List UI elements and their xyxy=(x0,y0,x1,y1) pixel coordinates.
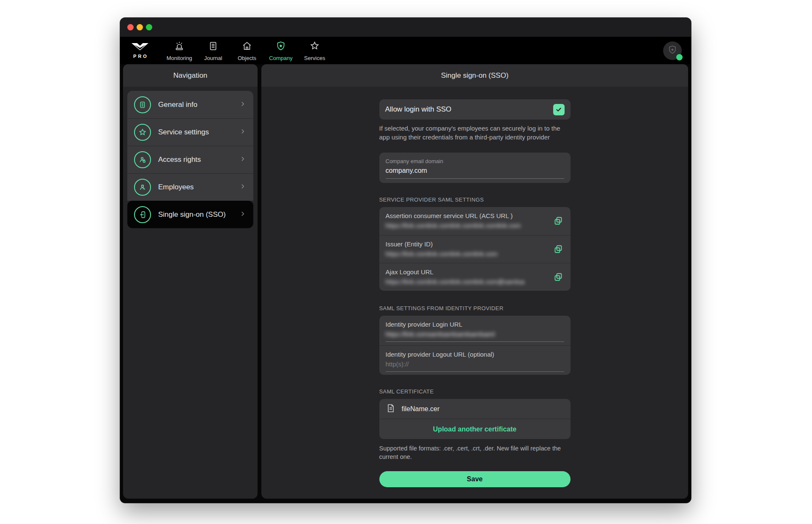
copy-icon xyxy=(553,216,563,226)
issuer-value: https://link.comlink.comlink.comlink.com xyxy=(386,250,547,257)
app-logo: PRO xyxy=(127,43,153,59)
main-panel: Single sign-on (SSO) Allow login with SS… xyxy=(261,64,688,499)
save-button[interactable]: Save xyxy=(379,471,571,487)
upload-certificate-label: Upload another certificate xyxy=(433,426,516,433)
chevron-right-icon xyxy=(239,128,247,137)
copy-icon xyxy=(553,244,563,254)
journal-icon xyxy=(208,41,219,53)
issuer-field: Issuer (Entity ID) https://link.comlink.… xyxy=(379,235,571,263)
sign-in-icon xyxy=(134,206,151,223)
tab-journal[interactable]: Journal xyxy=(196,40,230,61)
zoom-button[interactable] xyxy=(146,24,152,30)
siren-icon xyxy=(174,41,185,53)
copy-button[interactable] xyxy=(552,271,565,284)
top-nav-tabs: Monitoring Journal xyxy=(162,40,332,61)
shield-star-icon xyxy=(275,41,286,53)
acs-url-label: Assertion consumer service URL (ACS URL … xyxy=(386,212,547,219)
tab-label: Journal xyxy=(204,55,222,61)
email-domain-input[interactable]: company.com xyxy=(386,167,427,175)
upload-certificate-button[interactable]: Upload another certificate xyxy=(379,419,571,439)
sp-saml-card: Assertion consumer service URL (ACS URL … xyxy=(379,207,571,291)
chevron-right-icon xyxy=(239,183,247,192)
sidebar-item-access-rights[interactable]: Access rights xyxy=(127,146,253,173)
email-domain-field[interactable]: Company email domain company.com xyxy=(379,153,571,183)
file-icon xyxy=(386,403,396,415)
certificate-card: fileName.cer Upload another certificate xyxy=(379,399,571,439)
sso-description: If selected, your company's employees ca… xyxy=(379,124,571,142)
sidebar-panel: Navigation General info xyxy=(123,64,258,499)
sidebar-item-label: Access rights xyxy=(158,156,201,164)
email-domain-label: Company email domain xyxy=(386,158,564,164)
main-content: Allow login with SSO If selected, your c… xyxy=(261,87,688,499)
allow-sso-checkbox[interactable] xyxy=(553,104,565,115)
certificate-helper-text: Supported file formats: .cer, .cert, .cr… xyxy=(379,444,571,461)
idp-card: Identity provider Login URL https://link… xyxy=(379,316,571,375)
section-saml-certificate: SAML CERTIFICATE xyxy=(379,388,571,395)
tab-company[interactable]: Company xyxy=(264,40,298,61)
allow-sso-row: Allow login with SSO xyxy=(379,99,571,120)
sidebar-item-label: General info xyxy=(158,101,198,109)
star-icon xyxy=(134,124,151,141)
idp-login-url-input[interactable]: https://link.comsamlsamlsamlsamlsaml xyxy=(386,330,495,338)
tab-label: Objects xyxy=(238,55,256,61)
certificate-file-name: fileName.cer xyxy=(402,405,440,413)
sidebar-item-single-sign-on[interactable]: Single sign-on (SSO) xyxy=(127,201,253,228)
certificate-file-row: fileName.cer xyxy=(379,399,571,419)
sidebar-item-employees[interactable]: Employees xyxy=(127,173,253,201)
issuer-label: Issuer (Entity ID) xyxy=(386,240,547,248)
ajax-logout-url-value: https://link.comlink.comlink.comlink.com… xyxy=(386,278,547,285)
titlebar xyxy=(120,18,691,37)
sidebar-item-label: Employees xyxy=(158,183,194,191)
shield-star-glyph-icon xyxy=(667,44,678,57)
sidebar-nav-list: General info Service settings xyxy=(127,91,253,228)
close-button[interactable] xyxy=(127,24,134,30)
idp-logout-url-field[interactable]: Identity provider Logout URL (optional) … xyxy=(379,345,571,375)
desktop: PRO Monitoring xyxy=(0,0,812,524)
copy-icon xyxy=(553,272,563,282)
tab-objects[interactable]: Objects xyxy=(230,40,264,61)
idp-login-url-field[interactable]: Identity provider Login URL https://link… xyxy=(379,316,571,345)
sidebar-item-label: Single sign-on (SSO) xyxy=(158,210,226,219)
section-sp-saml-settings: SERVICE PROVIDER SAML SETTINGS xyxy=(379,196,571,203)
sidebar-item-label: Service settings xyxy=(158,128,209,136)
copy-button[interactable] xyxy=(552,215,565,227)
tab-monitoring[interactable]: Monitoring xyxy=(162,40,196,61)
ajax-logout-url-field: Ajax Logout URL https://link.comlink.com… xyxy=(379,263,571,291)
app-body: Navigation General info xyxy=(120,64,691,503)
tab-label: Company xyxy=(269,55,293,61)
person-lock-icon xyxy=(134,151,151,168)
online-status-dot xyxy=(676,54,683,60)
sidebar-item-service-settings[interactable]: Service settings xyxy=(127,118,253,146)
copy-button[interactable] xyxy=(552,243,565,256)
ajax-logout-url-label: Ajax Logout URL xyxy=(386,268,547,276)
page-title: Single sign-on (SSO) xyxy=(261,64,688,87)
profile-area[interactable] xyxy=(663,41,682,60)
document-icon xyxy=(134,96,151,113)
traffic-lights xyxy=(127,24,152,30)
sidebar-header: Navigation xyxy=(123,64,258,87)
logo-wing-icon xyxy=(131,43,149,52)
section-idp-saml-settings: SAML SETTINGS FROM IDENTITY PROVIDER xyxy=(379,305,571,311)
idp-logout-url-label: Identity provider Logout URL (optional) xyxy=(386,351,564,358)
star-icon xyxy=(309,41,320,53)
person-cap-icon xyxy=(134,179,151,196)
acs-url-value: https://link.comlink.comlink.comlink.com… xyxy=(386,222,547,229)
idp-logout-url-input[interactable]: http(s):// xyxy=(386,360,409,368)
tab-label: Monitoring xyxy=(167,55,192,61)
tab-label: Services xyxy=(304,55,325,61)
tab-services[interactable]: Services xyxy=(298,40,332,61)
allow-sso-label: Allow login with SSO xyxy=(385,105,452,114)
sidebar-item-general-info[interactable]: General info xyxy=(127,91,253,118)
chevron-right-icon xyxy=(239,100,247,109)
minimize-button[interactable] xyxy=(137,24,143,30)
logo-text: PRO xyxy=(132,54,148,59)
chevron-right-icon xyxy=(239,210,247,219)
house-icon xyxy=(241,41,252,53)
chevron-right-icon xyxy=(239,155,247,164)
top-navbar: PRO Monitoring xyxy=(120,37,691,64)
idp-login-url-label: Identity provider Login URL xyxy=(386,321,564,328)
app-window: PRO Monitoring xyxy=(120,18,691,503)
acs-url-field: Assertion consumer service URL (ACS URL … xyxy=(379,207,571,235)
checkmark-icon xyxy=(555,106,562,113)
